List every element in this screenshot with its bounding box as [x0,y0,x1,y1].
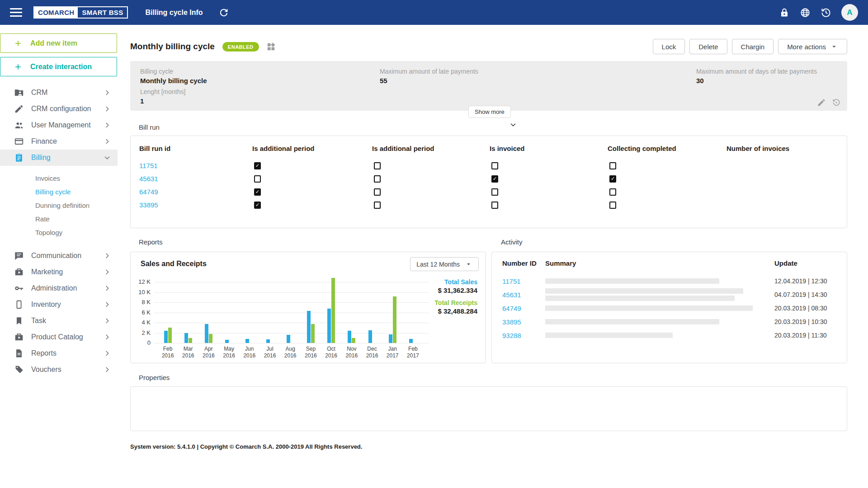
field-label: Lenght [months] [140,88,185,95]
lock-icon[interactable] [779,7,790,18]
avatar[interactable]: A [841,4,858,21]
activity-id-link[interactable]: 64749 [502,305,521,312]
column-header: Bill run id [139,145,252,152]
refresh-icon[interactable] [218,7,229,18]
panel-tools [817,98,841,107]
activity-card: Number ID Summary Update 1175112.04.2019… [491,252,847,363]
checkbox-unchecked[interactable] [609,188,616,196]
sidebar-subitem-rate[interactable]: Rate [0,212,118,225]
field-billing-cycle: Billing cycle Monthly billing cycle [140,68,207,84]
properties-box [130,386,847,431]
checkbox-unchecked[interactable] [491,162,498,169]
sidebar-item-task[interactable]: Task [0,313,118,329]
activity-id-link[interactable]: 11751 [502,277,521,285]
chevron-right-icon [103,300,111,309]
bar-sales [389,334,392,343]
sidebar-item-administration[interactable]: Administration [0,280,118,296]
checkbox-checked[interactable] [254,162,261,169]
button-label: Chargin [741,43,765,51]
checkbox-unchecked[interactable] [374,202,381,209]
bill-run-id-link[interactable]: 33895 [139,201,252,209]
activity-id-link[interactable]: 45631 [502,291,521,299]
main-content: Monthly billing cycle ENABLED LockDelete… [130,25,847,488]
checkbox-unchecked[interactable] [254,175,261,183]
page: COMARCH SMART BSS Billing cycle Info A A… [0,0,868,488]
sidebar-item-product-catalog[interactable]: Product Catalog [0,329,118,345]
summary-placeholder-bar [545,296,735,301]
sidebar-item-vouchers[interactable]: Vouchers [0,361,118,378]
lock-button[interactable]: Lock [653,39,685,54]
bar-sales [287,335,290,343]
activity-id-link[interactable]: 33895 [502,318,521,326]
checkbox-unchecked[interactable] [374,188,381,196]
sidebar-subitem-dunning-definition[interactable]: Dunning definition [0,198,118,212]
bill-run-id-link[interactable]: 64749 [139,188,252,196]
sidebar-item-communication[interactable]: Communication [0,248,118,264]
update-timestamp: 04.07.2019 | 14:30 [774,291,827,298]
checkbox-unchecked[interactable] [491,202,498,209]
update-timestamp: 20.03.2019 | 08:30 [774,305,827,312]
sidebar-item-crm-configuration[interactable]: CRM configuration [0,101,118,117]
chevron-right-icon [103,284,111,292]
activity-row: 3389520.03.2019 | 10:30 [492,315,847,328]
bar-sales [409,339,413,343]
checkbox-checked[interactable] [609,175,616,183]
sidebar-subitem-topology[interactable]: Topology [0,225,118,239]
grid-icon[interactable] [266,42,276,52]
field-max-days-late-payments: Maximum amount of days of late payments … [696,68,817,84]
checkbox-unchecked[interactable] [609,162,616,169]
chargin-button[interactable]: Chargin [732,39,774,54]
bar-sales [307,311,311,343]
checkbox-unchecked[interactable] [491,188,498,196]
sidebar-item-inventory[interactable]: Inventory [0,296,118,313]
checkbox-unchecked[interactable] [374,175,381,183]
bill-run-id-link[interactable]: 11751 [139,162,252,169]
checkbox-unchecked[interactable] [374,162,381,169]
chevron-right-icon [103,366,111,374]
sidebar-subitem-billing-cycle[interactable]: Billing cycle [0,185,118,198]
x-tick-label: Jul2016 [259,346,281,359]
edit-pencil-icon[interactable] [817,98,826,107]
bookmark-icon [14,316,24,326]
chevron-right-icon [103,317,111,325]
sidebar-action-create-interaction[interactable]: Create interaction [0,57,117,76]
bill-run-id-link[interactable]: 45631 [139,175,252,183]
show-more-button[interactable]: Show more [468,106,511,118]
sidebar-item-finance[interactable]: Finance [0,133,118,150]
sidebar-subitem-invoices[interactable]: Invoices [0,171,118,185]
sidebar-action-add-new-item[interactable]: Add new item [0,33,117,53]
sidebar-item-marketing[interactable]: Marketing [0,264,118,280]
activity-rows: 1175112.04.2019 | 12:304563104.07.2019 |… [492,252,847,363]
menu-icon[interactable] [10,8,22,17]
sidebar-item-reports[interactable]: Reports [0,345,118,361]
sidebar-item-billing[interactable]: Billing [0,150,118,166]
column-header: Is additional period [252,145,372,152]
key-icon [14,283,24,293]
checkbox-checked[interactable] [491,175,498,183]
summary-placeholder-bar [545,278,719,284]
checkbox-cell [252,175,372,183]
activity-row: 6474920.03.2019 | 08:30 [492,301,847,315]
chat-icon [14,251,24,261]
activity-id-link[interactable]: 93288 [502,332,521,339]
sidebar: Add new itemCreate interaction CRMCRM co… [0,25,118,488]
history-restore-icon[interactable] [832,98,841,107]
status-badge: ENABLED [222,42,259,52]
chevron-right-icon [103,349,111,357]
credit-card-icon [14,136,24,146]
globe-icon[interactable] [800,7,811,18]
chevron-down-icon[interactable] [509,121,517,129]
sidebar-item-user-management[interactable]: User Management [0,117,118,133]
field-value: 30 [696,77,817,84]
sidebar-item-crm[interactable]: CRM [0,84,118,101]
checkbox-checked[interactable] [254,202,261,209]
sidebar-item-label: Administration [31,284,77,292]
more-actions-button[interactable]: More actions [778,39,847,54]
bar-receipts [393,296,396,343]
checkbox-unchecked[interactable] [609,202,616,209]
delete-button[interactable]: Delete [689,39,727,54]
checkbox-checked[interactable] [254,188,261,196]
topbar-actions: A [779,4,858,21]
y-tick-label: 4 K [131,319,151,326]
history-icon[interactable] [821,7,831,18]
